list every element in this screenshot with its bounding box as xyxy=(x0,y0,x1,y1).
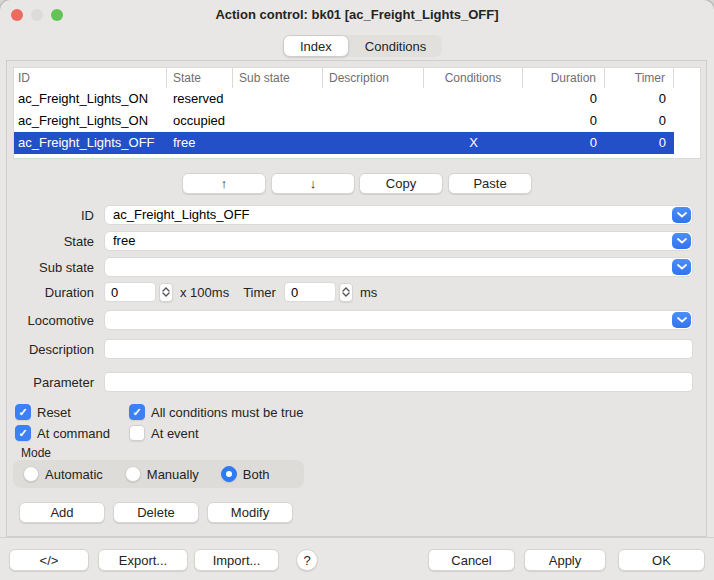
actions-table: ID State Sub state Description Condition… xyxy=(13,67,701,159)
tab-bar: Index Conditions xyxy=(283,35,442,57)
mode-radio-group: Automatic Manually Both xyxy=(13,460,304,488)
duration-stepper[interactable] xyxy=(159,283,173,302)
titlebar: Action control: bk01 [ac_Freight_Lights_… xyxy=(0,0,714,30)
locomotive-label: Locomotive xyxy=(7,313,104,328)
id-value: ac_Freight_Lights_OFF xyxy=(113,206,250,224)
help-button[interactable]: ? xyxy=(296,549,318,571)
cell-duration: 0 xyxy=(523,110,605,132)
add-button[interactable]: Add xyxy=(19,502,105,523)
import-button[interactable]: Import... xyxy=(194,549,279,571)
cell-id: ac_Freight_Lights_OFF xyxy=(14,132,167,154)
state-value: free xyxy=(113,232,135,250)
cell-id: ac_Freight_Lights_ON xyxy=(14,110,167,132)
cell-id: ac_Freight_Lights_ON xyxy=(14,88,167,110)
cell-state: occupied xyxy=(167,110,233,132)
duration-label: Duration xyxy=(7,285,104,300)
col-sub-state[interactable]: Sub state xyxy=(233,68,323,88)
timer-label: Timer xyxy=(243,285,276,300)
state-label: State xyxy=(7,234,104,249)
tab-index[interactable]: Index xyxy=(283,35,349,57)
index-panel: ID State Sub state Description Condition… xyxy=(6,60,707,537)
radio-icon xyxy=(221,466,237,482)
col-description[interactable]: Description xyxy=(323,68,424,88)
cell-description xyxy=(323,88,424,110)
cell-timer: 0 xyxy=(605,132,674,154)
at-event-label: At event xyxy=(151,426,199,441)
radio-icon xyxy=(125,466,141,482)
chevron-down-icon[interactable] xyxy=(672,207,691,223)
timer-unit: ms xyxy=(360,285,377,300)
cell-sub-state xyxy=(233,88,323,110)
action-control-window: Action control: bk01 [ac_Freight_Lights_… xyxy=(0,0,714,580)
at-event-checkbox[interactable]: ✓ xyxy=(129,425,145,441)
timer-input[interactable] xyxy=(284,282,336,302)
at-command-checkbox[interactable]: ✓ xyxy=(15,425,31,441)
reset-label: Reset xyxy=(37,405,71,420)
parameter-input[interactable] xyxy=(104,372,693,392)
parameter-label: Parameter xyxy=(7,375,104,390)
cell-timer: 0 xyxy=(605,110,674,132)
cell-description xyxy=(323,110,424,132)
chevron-down-icon[interactable] xyxy=(672,259,691,275)
code-button[interactable]: </> xyxy=(9,549,89,571)
cell-description xyxy=(323,132,424,154)
chevron-down-icon[interactable] xyxy=(672,312,691,328)
table-row[interactable]: ac_Freight_Lights_ON occupied 0 0 xyxy=(14,110,700,132)
duration-input[interactable] xyxy=(104,282,156,302)
window-title: Action control: bk01 [ac_Freight_Lights_… xyxy=(0,7,714,22)
col-conditions[interactable]: Conditions xyxy=(424,68,523,88)
id-label: ID xyxy=(7,208,104,223)
col-id[interactable]: ID xyxy=(14,68,167,88)
cell-conditions: X xyxy=(424,132,523,154)
apply-button[interactable]: Apply xyxy=(524,549,606,571)
at-command-label: At command xyxy=(37,426,110,441)
reset-checkbox[interactable]: ✓ xyxy=(15,404,31,420)
radio-automatic[interactable]: Automatic xyxy=(23,466,103,482)
cancel-button[interactable]: Cancel xyxy=(428,549,515,571)
table-header: ID State Sub state Description Condition… xyxy=(14,68,700,88)
cell-sub-state xyxy=(233,110,323,132)
cell-duration: 0 xyxy=(523,88,605,110)
radio-manually[interactable]: Manually xyxy=(125,466,199,482)
paste-button[interactable]: Paste xyxy=(448,173,532,194)
tab-conditions[interactable]: Conditions xyxy=(349,35,442,57)
cell-state: free xyxy=(167,132,233,154)
cell-sub-state xyxy=(233,132,323,154)
move-down-button[interactable]: ↓ xyxy=(271,173,355,194)
cell-state: reserved xyxy=(167,88,233,110)
footer-divider xyxy=(0,537,714,538)
radio-icon xyxy=(23,466,39,482)
sub-state-combobox[interactable] xyxy=(104,257,693,277)
delete-button[interactable]: Delete xyxy=(113,502,199,523)
cell-timer: 0 xyxy=(605,88,674,110)
table-row-selected[interactable]: ac_Freight_Lights_OFF free X 0 0 xyxy=(14,132,700,154)
sub-state-label: Sub state xyxy=(7,260,104,275)
radio-both[interactable]: Both xyxy=(221,466,270,482)
duration-unit: x 100ms xyxy=(180,285,229,300)
ok-button[interactable]: OK xyxy=(618,549,705,571)
all-conditions-label: All conditions must be true xyxy=(151,405,303,420)
move-up-button[interactable]: ↑ xyxy=(182,173,266,194)
modify-button[interactable]: Modify xyxy=(207,502,293,523)
locomotive-combobox[interactable] xyxy=(104,310,693,330)
state-combobox[interactable]: free xyxy=(104,231,693,251)
cell-conditions xyxy=(424,88,523,110)
col-state[interactable]: State xyxy=(167,68,233,88)
copy-button[interactable]: Copy xyxy=(359,173,443,194)
description-label: Description xyxy=(7,342,104,357)
col-duration[interactable]: Duration xyxy=(523,68,605,88)
col-gutter xyxy=(674,68,700,88)
cell-duration: 0 xyxy=(523,132,605,154)
export-button[interactable]: Export... xyxy=(98,549,188,571)
description-input[interactable] xyxy=(104,339,693,359)
all-conditions-checkbox[interactable]: ✓ xyxy=(129,404,145,420)
cell-conditions xyxy=(424,110,523,132)
id-combobox[interactable]: ac_Freight_Lights_OFF xyxy=(104,205,693,225)
timer-stepper[interactable] xyxy=(339,283,353,302)
chevron-down-icon[interactable] xyxy=(672,233,691,249)
mode-label: Mode xyxy=(21,446,51,460)
table-row[interactable]: ac_Freight_Lights_ON reserved 0 0 xyxy=(14,88,700,110)
col-timer[interactable]: Timer xyxy=(605,68,674,88)
